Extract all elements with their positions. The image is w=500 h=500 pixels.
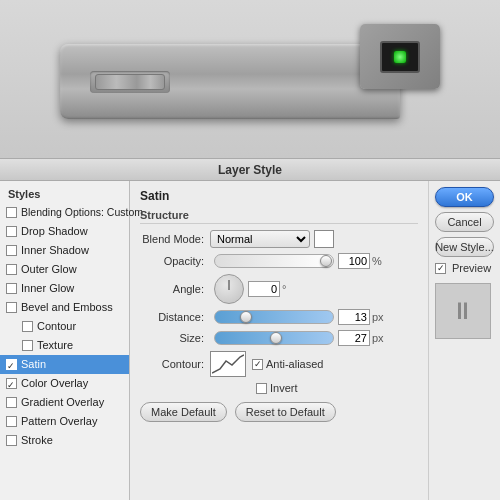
- size-slider-track[interactable]: [214, 331, 334, 345]
- style-item-gradient-overlay[interactable]: Gradient Overlay: [0, 393, 129, 412]
- checkbox-texture[interactable]: [22, 340, 33, 351]
- style-label-stroke: Stroke: [21, 433, 53, 448]
- viewfinder-green-dot: [394, 51, 406, 63]
- styles-panel: Styles Blending Options: Custom Drop Sha…: [0, 181, 130, 500]
- angle-label: Angle:: [140, 283, 210, 295]
- size-label: Size:: [140, 332, 210, 344]
- opacity-slider-thumb[interactable]: [320, 255, 332, 267]
- opacity-input[interactable]: [338, 253, 370, 269]
- checkbox-inner-shadow[interactable]: [6, 245, 17, 256]
- style-item-bevel[interactable]: Bevel and Emboss: [0, 298, 129, 317]
- style-item-contour[interactable]: Contour: [0, 317, 129, 336]
- size-unit: px: [372, 332, 384, 344]
- blend-mode-label: Blend Mode:: [140, 233, 210, 245]
- angle-input[interactable]: [248, 281, 280, 297]
- checkbox-color-overlay[interactable]: [6, 378, 17, 389]
- style-item-stroke[interactable]: Stroke: [0, 431, 129, 450]
- style-item-pattern-overlay[interactable]: Pattern Overlay: [0, 412, 129, 431]
- anti-aliased-checkbox[interactable]: [252, 359, 263, 370]
- anti-aliased-label[interactable]: Anti-aliased: [252, 358, 323, 370]
- checkbox-blending[interactable]: [6, 207, 17, 218]
- style-label-bevel: Bevel and Emboss: [21, 300, 113, 315]
- checkbox-outer-glow[interactable]: [6, 264, 17, 275]
- distance-label: Distance:: [140, 311, 210, 323]
- style-item-outer-glow[interactable]: Outer Glow: [0, 260, 129, 279]
- style-item-inner-shadow[interactable]: Inner Shadow: [0, 241, 129, 260]
- angle-needle: [229, 280, 230, 290]
- style-label-inner-shadow: Inner Shadow: [21, 243, 89, 258]
- distance-row: Distance: px: [140, 309, 418, 325]
- blend-mode-color-swatch[interactable]: [314, 230, 334, 248]
- contour-label: Contour:: [140, 358, 210, 370]
- satin-section-title: Satin: [140, 189, 418, 203]
- button-row: Make Default Reset to Default: [140, 402, 418, 422]
- checkbox-gradient-overlay[interactable]: [6, 397, 17, 408]
- opacity-slider-track[interactable]: [214, 254, 334, 268]
- camera-part: [60, 24, 440, 134]
- checkbox-satin[interactable]: [6, 359, 17, 370]
- style-label-blending: Blending Options: Custom: [21, 205, 143, 220]
- opacity-unit: %: [372, 255, 382, 267]
- viewfinder-inner: [380, 41, 420, 73]
- preview-icon: ⏸: [451, 297, 475, 325]
- distance-slider-thumb[interactable]: [240, 311, 252, 323]
- style-label-gradient-overlay: Gradient Overlay: [21, 395, 104, 410]
- style-item-drop-shadow[interactable]: Drop Shadow: [0, 222, 129, 241]
- checkbox-bevel[interactable]: [6, 302, 17, 313]
- reset-to-default-button[interactable]: Reset to Default: [235, 402, 336, 422]
- checkbox-inner-glow[interactable]: [6, 283, 17, 294]
- style-label-outer-glow: Outer Glow: [21, 262, 77, 277]
- contour-preview[interactable]: [210, 351, 246, 377]
- style-label-drop-shadow: Drop Shadow: [21, 224, 88, 239]
- checkbox-contour[interactable]: [22, 321, 33, 332]
- checkbox-stroke[interactable]: [6, 435, 17, 446]
- style-item-inner-glow[interactable]: Inner Glow: [0, 279, 129, 298]
- cancel-button[interactable]: Cancel: [435, 212, 494, 232]
- invert-checkbox[interactable]: [256, 383, 267, 394]
- size-slider-thumb[interactable]: [270, 332, 282, 344]
- size-row: Size: px: [140, 330, 418, 346]
- style-label-color-overlay: Color Overlay: [21, 376, 88, 391]
- opacity-label: Opacity:: [140, 255, 210, 267]
- style-label-satin: Satin: [21, 357, 46, 372]
- ok-button[interactable]: OK: [435, 187, 494, 207]
- style-label-contour: Contour: [37, 319, 76, 334]
- dialog-body: Styles Blending Options: Custom Drop Sha…: [0, 181, 500, 500]
- style-label-texture: Texture: [37, 338, 73, 353]
- contour-row: Contour: Anti-aliased: [140, 351, 418, 377]
- checkbox-drop-shadow[interactable]: [6, 226, 17, 237]
- style-item-blending[interactable]: Blending Options: Custom: [0, 203, 129, 222]
- invert-row: Invert: [256, 382, 418, 394]
- distance-input[interactable]: [338, 309, 370, 325]
- style-label-pattern-overlay: Pattern Overlay: [21, 414, 97, 429]
- angle-dial[interactable]: [214, 274, 244, 304]
- dialog-title: Layer Style: [218, 163, 282, 177]
- preview-checkbox-row[interactable]: Preview: [435, 262, 494, 274]
- angle-degree-symbol: °: [282, 283, 286, 295]
- styles-header: Styles: [0, 185, 129, 203]
- distance-unit: px: [372, 311, 384, 323]
- size-input[interactable]: [338, 330, 370, 346]
- style-item-satin[interactable]: Satin: [0, 355, 129, 374]
- structure-subsection-title: Structure: [140, 209, 418, 224]
- checkbox-pattern-overlay[interactable]: [6, 416, 17, 427]
- dialog-title-bar: Layer Style: [0, 159, 500, 181]
- style-item-color-overlay[interactable]: Color Overlay: [0, 374, 129, 393]
- viewfinder: [360, 24, 440, 89]
- blend-mode-row: Blend Mode: Normal Multiply Screen: [140, 230, 418, 248]
- top-image-area: [0, 0, 500, 158]
- right-panel: OK Cancel New Style... Preview ⏸: [428, 181, 500, 500]
- blend-mode-select-wrapper[interactable]: Normal Multiply Screen: [210, 230, 310, 248]
- blend-mode-select[interactable]: Normal Multiply Screen: [210, 230, 310, 248]
- preview-checkbox[interactable]: [435, 263, 446, 274]
- style-item-texture[interactable]: Texture: [0, 336, 129, 355]
- preview-thumbnail: ⏸: [435, 283, 491, 339]
- invert-label[interactable]: Invert: [256, 382, 298, 394]
- new-style-button[interactable]: New Style...: [435, 237, 494, 257]
- make-default-button[interactable]: Make Default: [140, 402, 227, 422]
- distance-slider-track[interactable]: [214, 310, 334, 324]
- angle-row: Angle: °: [140, 274, 418, 304]
- layer-style-dialog: Layer Style Styles Blending Options: Cus…: [0, 158, 500, 500]
- style-label-inner-glow: Inner Glow: [21, 281, 74, 296]
- preview-label: Preview: [452, 262, 491, 274]
